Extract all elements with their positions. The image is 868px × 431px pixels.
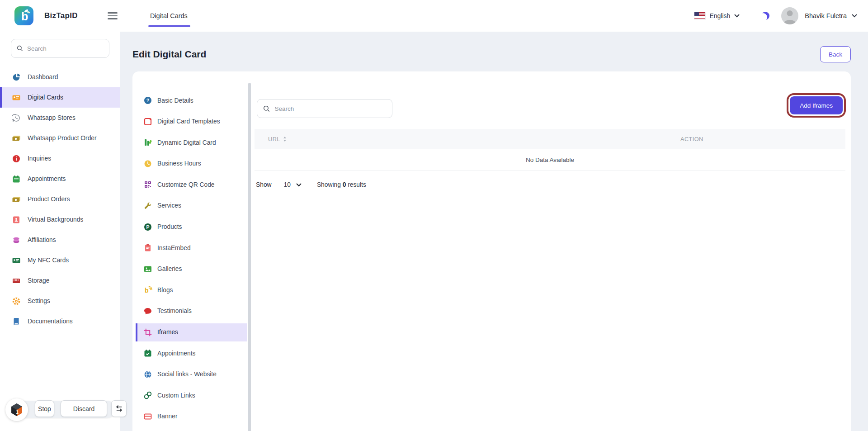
edit-card-panel: ? Basic Details Digital Card Templates D… <box>132 71 851 431</box>
table-empty-state: No Data Available <box>255 149 845 171</box>
us-flag-icon <box>694 12 705 19</box>
nfc-card-icon <box>12 256 21 265</box>
sidebar-item-whatsapp-stores[interactable]: Whatsapp Stores <box>0 108 120 128</box>
calendar-icon <box>12 175 21 184</box>
cash-icon <box>12 195 21 204</box>
dashboard-pie-icon <box>12 73 21 82</box>
clipboard-icon <box>143 243 152 252</box>
tab-digital-cards[interactable]: Digital Cards <box>149 9 189 22</box>
sidebar-item-inquiries[interactable]: Inquiries <box>0 148 120 169</box>
card-nav-services[interactable]: Services <box>136 197 247 215</box>
card-nav-galleries[interactable]: Galleries <box>136 260 247 278</box>
sidebar: Dashboard Digital Cards Whatsapp Stores … <box>0 32 120 431</box>
sidebar-item-whatsapp-product-order[interactable]: Whatsapp Product Order <box>0 128 120 148</box>
cube-logo-icon: 1 <box>10 403 24 417</box>
sidebar-search-input[interactable] <box>27 45 104 52</box>
info-circle-icon <box>12 154 21 163</box>
sidebar-item-virtual-backgrounds[interactable]: Virtual Backgrounds <box>0 209 120 230</box>
swap-icon-button[interactable] <box>111 400 127 417</box>
chevron-down-icon <box>296 183 302 187</box>
table-header: URL ACTION <box>255 129 845 149</box>
iframes-search-input[interactable] <box>274 105 386 112</box>
storage-icon <box>12 276 21 285</box>
template-icon <box>143 117 152 126</box>
sidebar-item-documentations[interactable]: Documentations <box>0 311 120 332</box>
card-nav-banner[interactable]: Banner <box>136 407 247 426</box>
language-selector[interactable]: English <box>694 12 740 19</box>
column-header-action: ACTION <box>680 136 845 142</box>
pagination-row: Show 10 Showing 0 results <box>256 181 366 188</box>
image-icon <box>143 265 152 274</box>
card-nav-dynamic-digital-card[interactable]: Dynamic Digital Card <box>136 133 247 152</box>
calendar-check-icon <box>143 349 152 358</box>
banner-icon <box>143 412 152 421</box>
sidebar-item-dashboard[interactable]: Dashboard <box>0 67 120 87</box>
show-label: Show <box>256 181 272 188</box>
svg-text:b: b <box>145 287 149 294</box>
sidebar-item-product-orders[interactable]: Product Orders <box>0 189 120 209</box>
sidebar-item-storage[interactable]: Storage <box>0 270 120 291</box>
coins-icon <box>12 236 21 245</box>
back-button[interactable]: Back <box>820 46 851 62</box>
sidebar-item-appointments[interactable]: Appointments <box>0 169 120 189</box>
svg-text:1: 1 <box>16 410 19 415</box>
card-nav-business-hours[interactable]: Business Hours <box>136 155 247 173</box>
main-area: Edit Digital Card Back ? Basic Details D… <box>120 32 868 431</box>
sidebar-item-my-nfc-cards[interactable]: My NFC Cards <box>0 250 120 270</box>
card-nav-social-links-website[interactable]: Social links - Website <box>136 365 247 384</box>
page-size-select[interactable]: 10 <box>284 181 302 188</box>
dark-mode-toggle-moon-icon[interactable] <box>761 12 769 20</box>
page-title: Edit Digital Card <box>132 49 206 60</box>
chain-links-icon <box>143 391 152 400</box>
card-nav-blogs[interactable]: b Blogs <box>136 281 247 299</box>
chat-bubble-icon <box>143 307 152 316</box>
whatsapp-icon <box>12 114 21 123</box>
clock-icon <box>143 159 152 168</box>
user-menu[interactable]: Bhavik Fuletra <box>805 12 857 19</box>
chevron-down-icon <box>734 14 740 18</box>
card-nav-custom-links[interactable]: Custom Links <box>136 386 247 404</box>
showing-results-text: Showing 0 results <box>317 181 366 188</box>
card-nav-testimonials[interactable]: Testimonials <box>136 302 247 320</box>
chart-bars-icon <box>143 138 152 147</box>
sidebar-item-digital-cards[interactable]: Digital Cards <box>0 87 120 108</box>
id-badge-icon <box>12 215 21 224</box>
qr-code-icon <box>143 180 152 189</box>
sidebar-nav: Dashboard Digital Cards Whatsapp Stores … <box>0 67 120 332</box>
sort-icon <box>283 137 286 142</box>
cash-icon <box>12 134 21 143</box>
svg-text:P: P <box>146 224 149 229</box>
sidebar-item-settings[interactable]: Settings <box>0 291 120 311</box>
discard-button[interactable]: Discard <box>61 400 107 417</box>
card-nav-instaembed[interactable]: InstaEmbed <box>136 239 247 257</box>
column-header-url[interactable]: URL <box>268 136 680 142</box>
card-nav-customize-qr-code[interactable]: Customize QR Code <box>136 175 247 194</box>
card-nav-basic-details[interactable]: ? Basic Details <box>136 91 247 109</box>
add-iframes-button[interactable]: Add Iframes <box>790 96 843 114</box>
sidebar-item-affiliations[interactable]: Affiliations <box>0 230 120 250</box>
svg-text:?: ? <box>146 98 149 103</box>
card-nav-products[interactable]: P Products <box>136 218 247 236</box>
question-circle-icon: ? <box>143 96 152 105</box>
iframes-search <box>257 99 392 118</box>
crop-icon <box>143 328 152 337</box>
sidebar-search <box>11 39 109 58</box>
iframes-content: Add Iframes URL ACTION No Data Available… <box>255 71 845 431</box>
recorder-extension-badge[interactable]: 1 <box>5 398 28 421</box>
book-icon <box>12 317 21 326</box>
card-nav-appointments[interactable]: Appointments <box>136 344 247 362</box>
app-root: b BizTapID Digital Cards English Bhavik … <box>0 0 868 431</box>
blog-icon: b <box>143 285 152 294</box>
card-nav-digital-card-templates[interactable]: Digital Card Templates <box>136 113 247 131</box>
biztapid-logo-icon: b <box>14 6 33 25</box>
hamburger-menu-icon[interactable] <box>108 12 118 19</box>
stop-button[interactable]: Stop <box>35 400 54 417</box>
topbar: b BizTapID Digital Cards English Bhavik … <box>0 0 868 32</box>
swap-arrows-icon <box>115 404 123 413</box>
avatar[interactable] <box>781 7 798 24</box>
search-icon <box>263 105 270 113</box>
card-nav-iframes[interactable]: Iframes <box>136 323 247 341</box>
search-icon <box>17 45 23 52</box>
digital-card-icon <box>12 93 21 102</box>
card-nav-scrollbar[interactable] <box>248 83 251 431</box>
